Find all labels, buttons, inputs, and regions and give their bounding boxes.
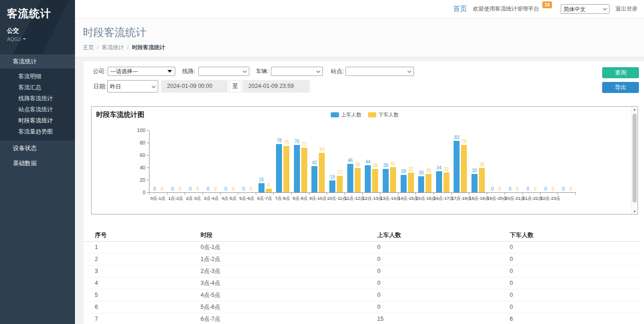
table-cell: 0 xyxy=(510,253,641,265)
x-tick-label: 4点-5点 xyxy=(220,196,238,201)
bar-value-label: 0 xyxy=(214,186,217,191)
table-row: 10点-1点00 xyxy=(84,241,641,253)
sidebar-item-trend-chart[interactable]: 客流量趋势图 xyxy=(0,126,75,137)
date-start-input[interactable]: 2024-01-09 00:00 xyxy=(161,80,228,93)
company-select[interactable]: ---请选择--- xyxy=(108,67,175,76)
bar-value-label: 41 xyxy=(391,161,396,166)
bar-column: 83 xyxy=(454,135,460,192)
bar xyxy=(319,153,325,192)
bar-column: 0 xyxy=(230,186,236,192)
bar-column: 64 xyxy=(319,147,325,192)
bar-value-label: 0 xyxy=(224,186,227,191)
sidebar-item-line-stats[interactable]: 线路客流统计 xyxy=(0,93,75,104)
sidebar-item-device-status[interactable]: 设备状态 xyxy=(0,140,75,156)
query-button[interactable]: 查询 xyxy=(602,67,639,78)
legend-item-boarding[interactable]: 上车人数 xyxy=(331,111,362,118)
table-row: 43点-4点00 xyxy=(84,277,641,289)
scroll-up-arrow-icon[interactable]: ▲ xyxy=(632,108,638,111)
chart-plot-area: 020406080100 000000000000156787576724264… xyxy=(149,131,576,193)
station-select-wrap xyxy=(345,67,414,76)
chart-scrollbar: ▲ ▼ xyxy=(631,107,638,214)
y-tick-label: 60 xyxy=(127,153,145,158)
date-end-input[interactable]: 2024-01-09 23:59 xyxy=(242,80,310,93)
bar-column: 0 xyxy=(213,186,218,192)
col-header-boarding: 上车人数 xyxy=(377,229,510,241)
bar-group: 00 xyxy=(185,131,203,192)
legend-item-alighting[interactable]: 下车人数 xyxy=(368,111,399,118)
station-select[interactable] xyxy=(345,67,414,76)
bar-column: 42 xyxy=(311,160,317,192)
y-tick-label: 20 xyxy=(127,178,145,183)
language-select-wrap: 简体中文 xyxy=(561,4,610,14)
bar xyxy=(337,176,343,192)
org-code-label: AQGJ xyxy=(7,36,21,42)
company-select-wrap: ---请选择--- xyxy=(108,67,175,76)
bar xyxy=(276,144,282,192)
bar-column: 0 xyxy=(159,186,165,192)
bar-column: 0 xyxy=(205,186,211,192)
line-select[interactable] xyxy=(198,67,249,76)
export-button[interactable]: 导出 xyxy=(602,82,639,93)
content-panel: 公司: ---请选择--- 线路: 车辆: 站点: 日期: 昨日 2024-01… xyxy=(83,60,644,324)
breadcrumb-separator: / xyxy=(127,45,128,51)
x-axis-ticks xyxy=(149,193,576,195)
y-tick-label: 80 xyxy=(127,140,145,145)
x-tick-mark xyxy=(345,193,363,195)
chart-title: 时段车流统计图 xyxy=(96,110,144,119)
sidebar-item-station-stats[interactable]: 站点客流统计 xyxy=(0,104,75,115)
x-tick-label: 19点-20点 xyxy=(487,196,505,201)
bar-column: 0 xyxy=(241,186,247,192)
bar xyxy=(390,167,396,192)
x-tick-label: 2点-3点 xyxy=(184,196,202,201)
bar-group: 00 xyxy=(558,131,576,192)
date-range-select[interactable]: 昨日 xyxy=(107,80,158,93)
table-cell: 2 xyxy=(84,253,201,265)
table-row: 21点-2点00 xyxy=(84,253,641,265)
vehicle-select[interactable] xyxy=(271,67,323,76)
bar xyxy=(355,168,361,192)
bar-value-label: 39 xyxy=(355,162,360,167)
bar-value-label: 0 xyxy=(534,186,537,191)
bar xyxy=(426,174,431,193)
table-cell: 5 xyxy=(84,289,201,301)
x-tick-label: 18点-19点 xyxy=(469,196,487,201)
bar-group: 7875 xyxy=(274,131,292,192)
legend-label: 下车人数 xyxy=(379,111,399,118)
org-code-dropdown[interactable]: AQGJ xyxy=(7,36,75,42)
bar xyxy=(472,174,477,193)
bar-group: 4639 xyxy=(345,131,363,192)
breadcrumb-home[interactable]: 主页 xyxy=(83,44,94,52)
x-tick-label: 16点-17点 xyxy=(434,196,452,201)
bar-column: 75 xyxy=(283,140,289,192)
bar-value-label: 0 xyxy=(242,186,245,191)
sidebar-item-passenger-summary[interactable]: 客流汇总 xyxy=(0,82,75,93)
bar-value-label: 32 xyxy=(444,167,449,172)
bar-column: 41 xyxy=(390,161,396,192)
x-tick-label: 8点-9点 xyxy=(291,196,309,201)
sidebar-item-period-stats[interactable]: 时段客流统计 xyxy=(0,115,75,126)
x-tick-mark xyxy=(292,193,310,195)
x-tick-mark xyxy=(327,193,345,195)
bar-value-label: 0 xyxy=(552,186,554,191)
bar-group: 4438 xyxy=(363,131,381,192)
date-label: 日期: xyxy=(93,82,106,91)
bar-value-label: 46 xyxy=(348,158,353,163)
sidebar-item-passenger-detail[interactable]: 客流明细 xyxy=(0,71,75,82)
language-select[interactable]: 简体中文 xyxy=(561,4,610,14)
table-cell: 0 xyxy=(377,253,510,265)
breadcrumb-passenger-stats[interactable]: 客流统计 xyxy=(102,44,124,52)
scroll-down-arrow-icon[interactable]: ▼ xyxy=(632,210,638,213)
bar-value-label: 15 xyxy=(259,177,264,182)
bar-group: 00 xyxy=(150,131,167,192)
home-link[interactable]: 首页 xyxy=(453,5,467,13)
logout-link[interactable]: 退出登录 xyxy=(615,5,638,13)
bar-column: 0 xyxy=(568,186,574,192)
sidebar-section-passenger-stats[interactable]: 客流统计 xyxy=(0,54,75,69)
bar-value-label: 0 xyxy=(250,186,253,191)
chart-legend: 上车人数 下车人数 xyxy=(331,111,399,118)
sidebar-item-basic-data[interactable]: 基础数据 xyxy=(0,156,75,171)
scrollbar-thumb[interactable] xyxy=(632,114,637,202)
bar-value-label: 44 xyxy=(365,159,370,164)
bar-column: 38 xyxy=(383,163,389,192)
breadcrumb-separator: / xyxy=(97,45,98,51)
